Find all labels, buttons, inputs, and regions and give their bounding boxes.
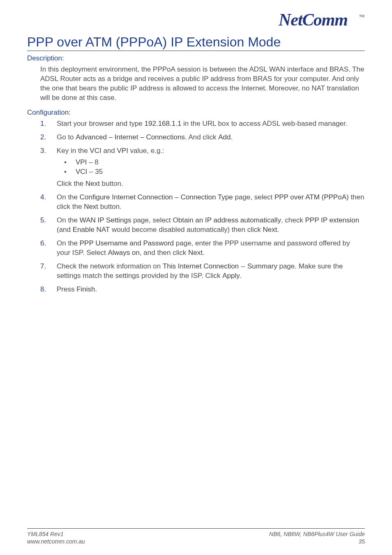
bold: 192.168.1.1 <box>145 120 182 127</box>
description-heading: Description: <box>27 54 365 62</box>
text: Key in the <box>57 147 90 155</box>
text: . <box>240 272 242 280</box>
step-5: On the WAN IP Settings page, select Obta… <box>40 216 365 235</box>
text: button. <box>100 180 123 187</box>
page-footer: YML854 Rev1 www.netcomm.com.au NB6, NB6W… <box>27 528 365 545</box>
bold: Advanced – Internet – Connections <box>76 133 185 141</box>
text: . <box>277 226 279 234</box>
footer-rev: YML854 Rev1 <box>27 530 85 538</box>
bold: Always on <box>108 249 139 257</box>
bold: Configure Internet Connection – Connecti… <box>80 193 233 201</box>
bold: Next <box>263 226 277 234</box>
text: . And click <box>185 133 218 141</box>
description-text: In this deployment environment, the PPPo… <box>40 65 365 103</box>
bold: VCI <box>90 147 101 155</box>
bullet-vpi: VPI – 8 <box>64 157 365 167</box>
bold: Obtain an IP address automatically <box>173 216 281 224</box>
footer-guide: NB6, NB6W, NB6Plus4W User Guide <box>269 530 365 538</box>
text: – 35 <box>87 168 103 176</box>
bold: WAN IP Settings <box>80 216 131 224</box>
step-3-extra: Click the Next button. <box>57 179 365 189</box>
bold: PPP over ATM (PPPoA) <box>274 193 349 201</box>
text: . <box>203 249 205 257</box>
text: , and then click <box>140 249 188 257</box>
bold: PPP IP extension <box>305 216 360 224</box>
footer-models: NB6, NB6W, NB6Plus4W <box>269 531 334 537</box>
text: – 8 <box>87 158 98 166</box>
bold: Summary <box>247 262 277 270</box>
step-7: Check the network information on This In… <box>40 262 365 281</box>
step-4: On the Configure Internet Connection – C… <box>40 193 365 212</box>
bold: This Internet Connection <box>163 262 239 270</box>
step-2: Go to Advanced – Internet – Connections.… <box>40 133 365 142</box>
bold: Add <box>218 133 231 141</box>
text: Go to <box>57 133 76 141</box>
brand-logo: NetComm TM <box>279 12 365 31</box>
text: . <box>231 133 233 141</box>
bold: VPI <box>76 158 87 166</box>
bold: Next <box>85 180 100 187</box>
footer-url: www.netcomm.com.au <box>27 538 85 545</box>
logo-tm: TM <box>359 14 364 18</box>
bullet-vci: VCI – 35 <box>64 167 365 177</box>
step-6: On the PPP Username and Password page, e… <box>40 239 365 258</box>
configuration-steps: Start your browser and type 192.168.1.1 … <box>40 119 365 294</box>
text: -- <box>239 262 247 270</box>
text: and <box>101 147 117 155</box>
footer-right: NB6, NB6W, NB6Plus4W User Guide 35 <box>269 530 365 545</box>
text: Click the <box>57 180 85 187</box>
step-3: Key in the VCI and VPI value, e.g.: VPI … <box>40 146 365 189</box>
text: Check the network information on <box>57 262 163 270</box>
footer-guide-text: User Guide <box>334 531 365 537</box>
bold: Enable NAT <box>73 226 110 234</box>
logo-text: NetComm <box>279 12 348 29</box>
footer-left: YML854 Rev1 www.netcomm.com.au <box>27 530 85 545</box>
text: On the <box>57 239 80 247</box>
bold: Finish <box>76 285 95 293</box>
bold: Apply <box>222 272 240 280</box>
text: On the <box>57 216 80 224</box>
bold: Next <box>84 203 98 210</box>
text: Start your browser and type <box>57 120 145 127</box>
text: button. <box>98 203 122 210</box>
text: , check <box>281 216 305 224</box>
text: page, select <box>233 193 274 201</box>
step-1: Start your browser and type 192.168.1.1 … <box>40 119 365 129</box>
text: would become disabled automatically) the… <box>110 226 263 234</box>
text: value, e.g.: <box>128 147 164 155</box>
text: in the URL box to access ADSL web-based … <box>181 120 347 127</box>
text: On the <box>57 193 80 201</box>
text: page, select <box>131 216 173 224</box>
bold: VCI <box>76 168 87 176</box>
bold: PPP Username and Password <box>80 239 174 247</box>
bold: Next <box>188 249 203 257</box>
text: (and <box>57 226 73 234</box>
text: . <box>95 285 97 293</box>
footer-page-number: 35 <box>269 538 365 545</box>
configuration-heading: Configuration: <box>27 109 365 117</box>
step-8: Press Finish. <box>40 285 365 294</box>
step-3-bullets: VPI – 8 VCI – 35 <box>64 157 365 177</box>
page-title: PPP over ATM (PPPoA) IP Extension Mode <box>27 35 365 51</box>
text: Press <box>57 285 76 293</box>
bold: VPI <box>117 147 128 155</box>
